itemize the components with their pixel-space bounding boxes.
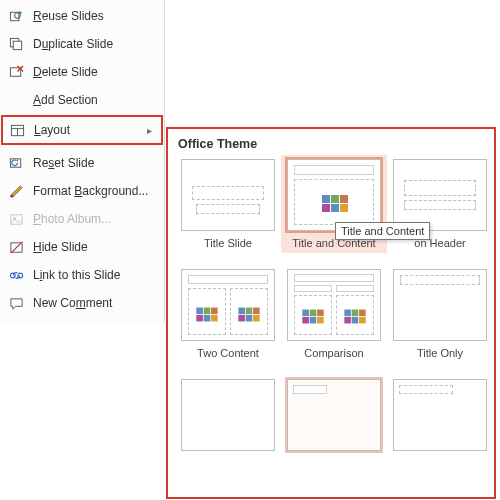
menu-format-background[interactable]: Format Background... [0,177,164,205]
layout-thumb [393,269,487,341]
duplicate-slide-icon [8,36,24,52]
menu-label: Link to this Slide [33,268,154,282]
menu-label: Layout [34,123,138,137]
photo-album-icon [8,211,24,227]
menu-delete-slide[interactable]: Delete Slide [0,58,164,86]
format-background-icon [8,183,24,199]
menu-duplicate-slide[interactable]: Duplicate Slide [0,30,164,58]
menu-reset-slide[interactable]: Reset Slide [0,149,164,177]
layout-thumb [393,159,487,231]
layout-option-comparison[interactable]: Comparison [284,269,384,359]
menu-label: Delete Slide [33,65,154,79]
svg-rect-2 [13,41,21,49]
layout-tooltip: Title and Content [335,222,430,240]
link-icon [8,267,24,283]
layout-thumb [287,379,381,451]
menu-label: New Comment [33,296,154,310]
svg-rect-13 [10,273,15,278]
layout-option-picture-with-caption[interactable] [390,379,490,451]
svg-rect-14 [17,273,22,278]
reuse-slides-icon [8,8,24,24]
layout-icon [9,122,25,138]
layout-thumb [287,269,381,341]
menu-label: Reuse Slides [33,9,154,23]
menu-photo-album: Photo Album... [0,205,164,233]
menu-label: Format Background... [33,184,154,198]
svg-point-8 [10,194,13,197]
layout-option-two-content[interactable]: Two Content [178,269,278,359]
menu-hide-slide[interactable]: Hide Slide [0,233,164,261]
layout-option-title-slide[interactable]: Title Slide [178,159,278,249]
hide-slide-icon [8,239,24,255]
chevron-right-icon: ▸ [147,125,153,136]
layout-grid: Title Slide Title and Content Title and … [178,159,488,451]
menu-layout[interactable]: Layout ▸ [1,115,163,145]
menu-label: Photo Album... [33,212,154,226]
reset-slide-icon [8,155,24,171]
layout-caption: Two Content [197,347,259,359]
svg-line-12 [10,241,21,252]
menu-new-comment[interactable]: New Comment [0,289,164,317]
layout-option-title-only[interactable]: Title Only [390,269,490,359]
menu-label: Reset Slide [33,156,154,170]
menu-add-section[interactable]: Add Section [0,86,164,114]
layout-option-title-and-content[interactable]: Title and Content Title and Content [281,155,387,253]
layout-flyout-panel: Office Theme Title Slide Title and Conte… [166,127,496,499]
layout-thumb [181,159,275,231]
menu-label: Hide Slide [33,240,154,254]
menu-label: Duplicate Slide [33,37,154,51]
add-section-icon [8,92,24,108]
menu-label: Add Section [33,93,154,107]
layout-thumb [393,379,487,451]
new-comment-icon [8,295,24,311]
slide-context-menu: Reuse Slides Duplicate Slide Delete Slid… [0,0,165,323]
layout-option-blank[interactable] [178,379,278,451]
layout-thumb [181,269,275,341]
layout-theme-title: Office Theme [178,137,488,151]
layout-thumb [287,159,381,231]
layout-caption: Title Only [417,347,463,359]
delete-slide-icon [8,64,24,80]
layout-thumb [181,379,275,451]
layout-caption: Title Slide [204,237,252,249]
layout-caption: Comparison [304,347,363,359]
layout-option-content-with-caption[interactable] [284,379,384,451]
menu-reuse-slides[interactable]: Reuse Slides [0,2,164,30]
menu-link-to-slide[interactable]: Link to this Slide [0,261,164,289]
svg-rect-9 [10,214,21,223]
